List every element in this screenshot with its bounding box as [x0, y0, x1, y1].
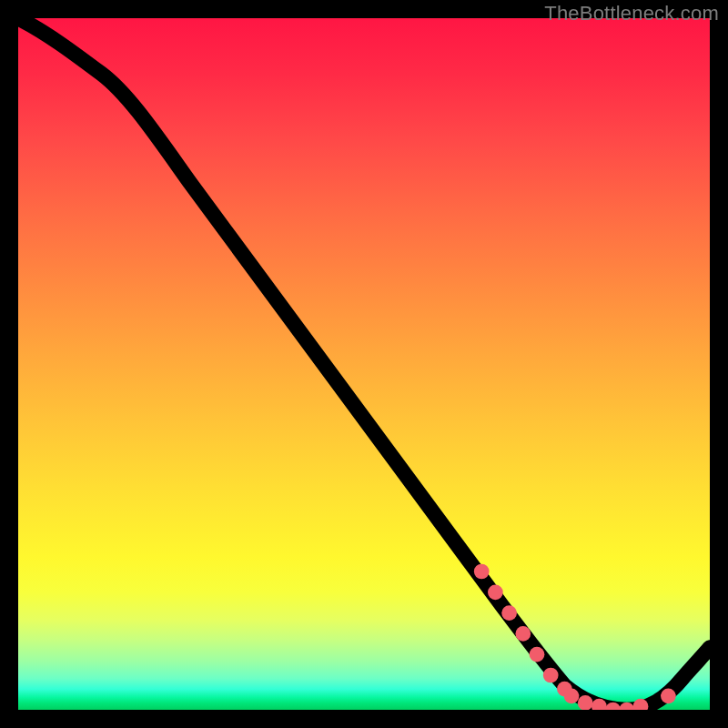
bottleneck-curve — [18, 18, 710, 710]
watermark-text: TheBottleneck.com — [544, 2, 719, 25]
marker-dot — [564, 688, 580, 703]
marker-dot — [578, 695, 593, 710]
marker-dot — [543, 668, 559, 683]
marker-dot — [501, 605, 517, 621]
marker-dot — [661, 688, 676, 703]
curve-layer — [18, 18, 710, 710]
chart-stage: TheBottleneck.com — [0, 0, 728, 728]
marker-dot — [488, 584, 503, 600]
marker-dot — [530, 647, 545, 662]
marker-dot — [515, 626, 531, 642]
marker-dot — [474, 564, 490, 580]
plot-area — [18, 18, 710, 710]
